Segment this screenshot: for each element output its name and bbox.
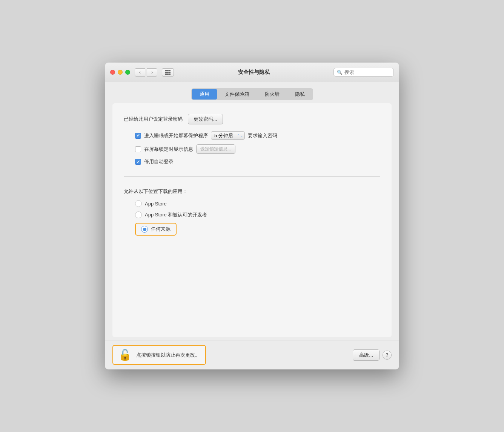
forward-button[interactable]: › (147, 68, 157, 77)
radio-appstore-developers-label: App Store 和被认可的开发者 (145, 211, 207, 218)
options-section: 进入睡眠或开始屏幕保护程序 5 分钟后 1 分钟后 2 分钟后 10 分钟后 ⌃… (135, 131, 380, 165)
settings-window: ‹ › 安全性与隐私 🔍 通用 文件保险箱 防火墙 隐私 已经给此用户设定登录密 (105, 63, 399, 369)
maximize-button[interactable] (125, 70, 130, 75)
grid-button[interactable] (162, 68, 174, 77)
bottom-right-buttons: 高级... ? (353, 349, 392, 361)
grid-icon (165, 70, 171, 75)
radio-anywhere-label: 任何来源 (151, 226, 171, 233)
lock-info-option-row: 在屏幕锁定时显示信息 设定锁定信息... (135, 144, 380, 154)
lock-info-checkbox[interactable] (135, 146, 141, 152)
radio-appstore-button[interactable] (135, 200, 142, 207)
radio-group: App Store App Store 和被认可的开发者 任何来源 (135, 200, 380, 236)
search-icon: 🔍 (337, 70, 343, 75)
radio-appstore-label: App Store (145, 201, 167, 207)
titlebar: ‹ › 安全性与隐私 🔍 (105, 63, 399, 82)
auto-login-label: 停用自动登录 (144, 158, 174, 165)
lock-info-button[interactable]: 设定锁定信息... (196, 144, 235, 154)
bottom-bar: 🔓 点按锁按钮以防止再次更改。 高级... ? (105, 340, 399, 369)
traffic-lights (110, 70, 130, 75)
sleep-dropdown-wrapper: 5 分钟后 1 分钟后 2 分钟后 10 分钟后 ⌃⌄ (211, 131, 245, 140)
tabs: 通用 文件保险箱 防火墙 隐私 (191, 88, 313, 100)
sleep-dropdown[interactable]: 5 分钟后 1 分钟后 2 分钟后 10 分钟后 (211, 131, 245, 140)
sleep-option-row: 进入睡眠或开始屏幕保护程序 5 分钟后 1 分钟后 2 分钟后 10 分钟后 ⌃… (135, 131, 380, 140)
tabs-container: 通用 文件保险箱 防火墙 隐私 (105, 82, 399, 103)
password-label: 已经给此用户设定登录密码 (124, 116, 183, 123)
tab-privacy[interactable]: 隐私 (287, 89, 312, 100)
radio-appstore[interactable]: App Store (135, 200, 380, 207)
close-button[interactable] (110, 70, 115, 75)
radio-anywhere-button[interactable] (141, 226, 148, 233)
tab-filevault[interactable]: 文件保险箱 (217, 89, 257, 100)
main-content: 已经给此用户设定登录密码 更改密码... 进入睡眠或开始屏幕保护程序 5 分钟后… (112, 103, 392, 337)
tab-general[interactable]: 通用 (192, 89, 217, 100)
radio-anywhere-highlight: 任何来源 (135, 223, 177, 236)
help-button[interactable]: ? (383, 351, 392, 360)
password-row: 已经给此用户设定登录密码 更改密码... (124, 114, 380, 124)
search-input[interactable] (344, 69, 390, 75)
section-divider (124, 176, 380, 177)
auto-login-checkbox[interactable] (135, 159, 141, 165)
sleep-label-prefix: 进入睡眠或开始屏幕保护程序 (144, 132, 208, 139)
minimize-button[interactable] (118, 70, 123, 75)
search-box[interactable]: 🔍 (333, 68, 394, 77)
radio-anywhere[interactable]: 任何来源 (135, 223, 380, 236)
lock-icon: 🔓 (118, 349, 132, 361)
sleep-checkbox[interactable] (135, 133, 141, 139)
allow-section-label: 允许从以下位置下载的应用： (124, 188, 380, 195)
window-title: 安全性与隐私 (178, 69, 329, 76)
lock-section: 🔓 点按锁按钮以防止再次更改。 (112, 345, 206, 365)
tab-firewall[interactable]: 防火墙 (257, 89, 287, 100)
lock-text: 点按锁按钮以防止再次更改。 (136, 352, 200, 358)
change-password-button[interactable]: 更改密码... (188, 114, 223, 124)
radio-appstore-developers-button[interactable] (135, 211, 142, 218)
radio-appstore-developers[interactable]: App Store 和被认可的开发者 (135, 211, 380, 218)
auto-login-option-row: 停用自动登录 (135, 158, 380, 165)
sleep-label-suffix: 要求输入密码 (248, 132, 277, 139)
lock-info-label: 在屏幕锁定时显示信息 (144, 146, 193, 153)
nav-buttons: ‹ › (135, 68, 157, 77)
back-button[interactable]: ‹ (135, 68, 145, 77)
advanced-button[interactable]: 高级... (353, 349, 380, 361)
